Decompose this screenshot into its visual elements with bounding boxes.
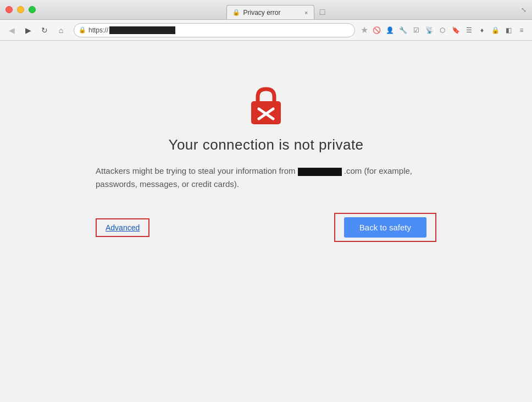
toolbar-icon-5[interactable]: 📡 bbox=[423, 24, 435, 36]
forward-button[interactable]: ▶ bbox=[21, 23, 35, 37]
reload-icon: ↻ bbox=[41, 26, 48, 35]
nav-bar: ◀ ▶ ↻ ⌂ 🔒 https:// ★ 🚫 👤 🔧 ☑ 📡 ⬡ 🔖 ☰ ♦ bbox=[0, 20, 532, 41]
toolbar-icon-8[interactable]: ☰ bbox=[463, 24, 475, 36]
back-to-safety-button[interactable]: Back to safety bbox=[344, 217, 426, 238]
lock-svg bbox=[247, 85, 285, 126]
toolbar-icon-9[interactable]: ♦ bbox=[476, 24, 488, 36]
minimize-button[interactable] bbox=[17, 6, 24, 13]
toolbar-icon-10[interactable]: 🔒 bbox=[489, 24, 501, 36]
advanced-button-wrapper: Advanced bbox=[96, 218, 149, 237]
toolbar-icons: 🚫 👤 🔧 ☑ 📡 ⬡ 🔖 ☰ ♦ 🔒 ◧ ≡ bbox=[370, 24, 528, 36]
error-title: Your connection is not private bbox=[168, 136, 363, 153]
tab-title: Privacy error bbox=[243, 9, 281, 16]
back-icon: ◀ bbox=[9, 26, 15, 35]
toolbar-icon-6[interactable]: ⬡ bbox=[436, 24, 448, 36]
window-buttons bbox=[5, 6, 36, 13]
resize-icon: ⤡ bbox=[521, 6, 527, 14]
tab-close-icon[interactable]: × bbox=[304, 9, 308, 16]
page-content: Your connection is not private Attackers… bbox=[0, 41, 532, 402]
url-redacted-domain bbox=[109, 26, 175, 34]
tab-favicon: 🔒 bbox=[232, 9, 240, 16]
home-button[interactable]: ⌂ bbox=[54, 23, 68, 37]
forward-icon: ▶ bbox=[25, 26, 31, 35]
close-button[interactable] bbox=[5, 6, 13, 13]
address-bar[interactable]: 🔒 https:// bbox=[74, 23, 355, 37]
toolbar-icon-3[interactable]: 🔧 bbox=[397, 24, 409, 36]
security-lock-icon: 🔒 bbox=[79, 26, 86, 34]
error-description: Attackers might be trying to steal your … bbox=[96, 164, 436, 191]
toolbar-icon-1[interactable]: 🚫 bbox=[370, 24, 383, 36]
browser-tab[interactable]: 🔒 Privacy error × bbox=[226, 5, 314, 19]
toolbar-icon-7[interactable]: 🔖 bbox=[450, 24, 462, 36]
description-text-1: Attackers might be trying to steal your … bbox=[96, 166, 295, 175]
browser-window: 🔒 Privacy error × □ ⤡ ◀ ▶ ↻ ⌂ 🔒 https:/ bbox=[0, 0, 532, 402]
buttons-row: Advanced Back to safety bbox=[96, 213, 436, 242]
bookmark-star-icon[interactable]: ★ bbox=[361, 25, 368, 35]
toolbar-icon-4[interactable]: ☑ bbox=[410, 24, 422, 36]
redacted-domain bbox=[298, 168, 342, 176]
advanced-button[interactable]: Advanced bbox=[106, 223, 140, 232]
menu-button[interactable]: ≡ bbox=[516, 24, 528, 36]
privacy-error-icon bbox=[247, 85, 285, 123]
maximize-button[interactable] bbox=[29, 6, 36, 13]
error-container: Your connection is not private Attackers… bbox=[96, 85, 436, 242]
toolbar-icon-11[interactable]: ◧ bbox=[502, 24, 514, 36]
back-button[interactable]: ◀ bbox=[4, 23, 19, 37]
new-tab-icon: □ bbox=[320, 7, 325, 17]
title-bar: 🔒 Privacy error × □ ⤡ bbox=[0, 0, 532, 20]
url-text: https:// bbox=[88, 26, 108, 34]
new-tab-button[interactable]: □ bbox=[314, 5, 331, 19]
home-icon: ⌂ bbox=[59, 26, 63, 35]
reload-button[interactable]: ↻ bbox=[37, 23, 52, 37]
back-to-safety-wrapper: Back to safety bbox=[334, 213, 436, 242]
toolbar-icon-2[interactable]: 👤 bbox=[384, 24, 396, 36]
